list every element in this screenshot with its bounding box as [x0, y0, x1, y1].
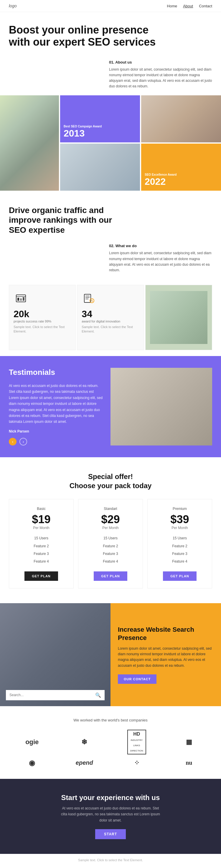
- partner-ogie: ogie: [25, 738, 38, 746]
- award1-label: Best SEO Campaign Award: [64, 125, 136, 128]
- plan-premium-period: Per Month: [152, 526, 208, 530]
- plan-standart-tier: Standart: [83, 507, 138, 511]
- testimonials-next-btn[interactable]: ›: [20, 438, 27, 445]
- image-grid: Best SEO Campaign Award 2013 SEO Excelle…: [0, 95, 221, 191]
- footer-cta-section: Start your experience with us At vero eo…: [0, 779, 221, 854]
- partner-dots: ⁘: [134, 759, 139, 767]
- hero-heading: Boost your online presence with our expe…: [9, 24, 156, 48]
- award-2013: Best SEO Campaign Award 2013: [60, 95, 140, 143]
- plan-premium-price: $39: [152, 513, 208, 526]
- partners-subtitle: We worked with the world's best companie…: [9, 718, 212, 722]
- plan-standart-btn[interactable]: GET PLAN: [94, 571, 127, 581]
- section2: Drive organic traffic and improve rankin…: [0, 191, 221, 241]
- award2-year: 2022: [145, 176, 218, 187]
- about-text-block: 01. About us Lorem ipsum dolor sit amet,…: [0, 57, 221, 95]
- our-contact-btn[interactable]: OUR CONTACT: [118, 674, 157, 684]
- partners-row2: ◉ epend ⁘ nu: [9, 759, 212, 767]
- what-we-do-block: 02. What we do Lorem ipsum dolor sit ame…: [0, 241, 221, 279]
- pricing-section: Special offer!Choose your pack today Bas…: [0, 457, 221, 603]
- testimonials-prev-btn[interactable]: ‹: [9, 438, 17, 445]
- plan-premium-tier: Premium: [152, 507, 208, 511]
- testimonials-nav: ‹ ›: [9, 438, 105, 445]
- stat2-icon: [82, 291, 96, 306]
- pricing-heading: Special offer!Choose your pack today: [9, 472, 212, 490]
- hero-section: Boost your online presence with our expe…: [0, 12, 221, 57]
- stat-card-1: 20k projects success rate 99% Sample tex…: [9, 285, 76, 350]
- search-bar: 🔍: [6, 690, 105, 700]
- plan-basic-tier: Basic: [13, 507, 69, 511]
- footer-note: Sample text. Click to select the Text El…: [0, 854, 221, 866]
- award-2022: SEO Excellence Award 2022: [141, 144, 221, 191]
- photo-tablet: [60, 144, 140, 191]
- testimonials-quote: At vero eos et accusam et justo duo dolo…: [9, 383, 105, 425]
- plan-basic-price: $19: [13, 513, 69, 526]
- plan-standart: Standart $29 Per Month 15 UsersFeature 2…: [78, 499, 143, 588]
- award2-label: SEO Excellence Award: [145, 173, 218, 176]
- award1-year: 2013: [64, 128, 136, 139]
- stat1-number: 20k: [13, 309, 71, 319]
- increase-section: 🔍 Increase Website Search Presence Lorem…: [0, 603, 221, 706]
- stats-grid: 20k projects success rate 99% Sample tex…: [9, 285, 212, 350]
- svg-rect-2: [18, 298, 19, 301]
- plan-basic: Basic $19 Per Month 15 UsersFeature 2Fea…: [9, 499, 74, 588]
- increase-right: Increase Website Search Presence Lorem i…: [111, 603, 221, 706]
- stat-card-2: 34 award for digital innovation Sample t…: [77, 285, 144, 350]
- testimonials-left: Testimonials At vero eos et accusam et j…: [9, 368, 111, 445]
- start-btn[interactable]: START: [95, 829, 126, 839]
- what-section-number: 02. What we do: [109, 244, 212, 248]
- increase-left-photo: 🔍: [0, 603, 111, 706]
- stat1-label: projects success rate 99%: [13, 319, 71, 323]
- nav-links: Home About Contact: [167, 4, 212, 8]
- plan-standart-features: 15 UsersFeature 2Feature 3Feature 4: [83, 534, 138, 565]
- about-section-number: 01. About us: [109, 60, 212, 64]
- stat1-desc: Sample text. Click to select the Text El…: [13, 325, 71, 334]
- plan-premium-btn[interactable]: GET PLAN: [163, 571, 197, 581]
- testimonials-title: Testimonials: [9, 368, 105, 377]
- stat2-number: 34: [82, 309, 139, 319]
- stat2-label: award for digital innovation: [82, 319, 139, 323]
- stat1-icon: [13, 291, 28, 306]
- svg-line-11: [92, 301, 93, 302]
- partner-snowflake: ❄: [81, 738, 87, 746]
- about-body: Lorem ipsum dolor sit amet, consectetur …: [109, 67, 212, 89]
- plan-premium-features: 15 UsersFeature 2Feature 3Feature 4: [152, 534, 208, 565]
- photo-woman: [0, 95, 59, 191]
- nav-about[interactable]: About: [183, 4, 193, 8]
- search-container: 🔍: [6, 690, 105, 700]
- footer-cta-heading: Start your experience with us: [9, 794, 212, 802]
- increase-heading: Increase Website Search Presence: [118, 625, 214, 642]
- stat-photo: [145, 285, 212, 350]
- increase-body: Lorem ipsum dolor sit amet, consectetur …: [118, 646, 214, 669]
- plan-premium: Premium $39 Per Month 15 UsersFeature 2F…: [147, 499, 212, 588]
- plan-basic-features: 15 UsersFeature 2Feature 3Feature 4: [13, 534, 69, 565]
- plan-standart-price: $29: [83, 513, 138, 526]
- plan-basic-btn[interactable]: GET PLAN: [24, 571, 58, 581]
- partner-grid: ▦: [186, 738, 192, 746]
- partners-row1: ogie ❄ HDINDUSTRYLINKSDIRECTION ▦: [9, 730, 212, 754]
- photo-woman2: [141, 95, 221, 143]
- what-body: Lorem ipsum dolor sit amet, consectetur …: [109, 250, 212, 273]
- footer-cta-body: At vero eos et accusam et justo duo dolo…: [59, 805, 162, 823]
- partners-section: We worked with the world's best companie…: [0, 706, 221, 779]
- partner-hd: HDINDUSTRYLINKSDIRECTION: [127, 730, 146, 754]
- svg-rect-4: [23, 297, 24, 301]
- pricing-grid: Basic $19 Per Month 15 UsersFeature 2Fea…: [9, 499, 212, 588]
- plan-standart-period: Per Month: [83, 526, 138, 530]
- search-icon: 🔍: [95, 692, 101, 698]
- partner-nu: nu: [186, 760, 192, 766]
- search-input[interactable]: [9, 692, 95, 698]
- navbar: logo Home About Contact: [0, 0, 221, 12]
- partner-circle: ◉: [29, 759, 35, 767]
- logo: logo: [9, 3, 17, 8]
- plan-basic-period: Per Month: [13, 526, 69, 530]
- nav-home[interactable]: Home: [167, 4, 177, 8]
- section2-heading: Drive organic traffic and improve rankin…: [9, 206, 127, 235]
- svg-rect-3: [20, 298, 22, 301]
- partner-epend: epend: [76, 760, 93, 766]
- stat2-desc: Sample text. Click to select the Text El…: [82, 325, 139, 334]
- testimonials-section: Testimonials At vero eos et accusam et j…: [0, 356, 221, 457]
- testimonials-author: Nick Parsen: [9, 429, 105, 433]
- testimonials-photo: [111, 368, 212, 445]
- nav-contact[interactable]: Contact: [199, 4, 212, 8]
